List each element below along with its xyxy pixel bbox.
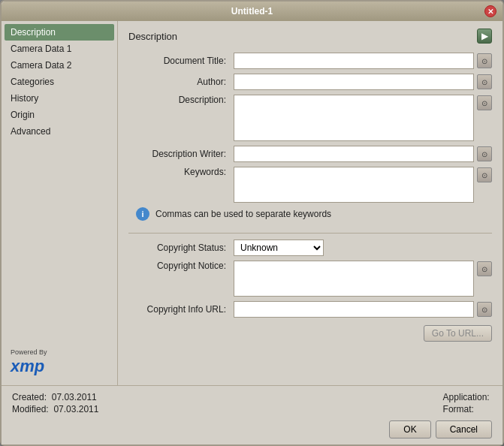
copyright-status-wrap: Unknown Copyrighted Public Domain [234,240,492,256]
keywords-btn[interactable]: ⊙ [477,167,492,182]
created-label: Created: [12,392,47,402]
sidebar-item-categories[interactable]: Categories [5,74,114,90]
document-title-label: Document Title: [128,56,234,66]
keywords-hint-text: Commas can be used to separate keywords [155,209,331,219]
description-writer-wrap: ⊙ [234,146,492,162]
panel-header: Description ▶ [128,29,492,44]
description-writer-btn[interactable]: ⊙ [477,146,492,161]
sidebar: Description Camera Data 1 Camera Data 2 … [2,21,118,385]
keywords-textarea[interactable] [234,167,474,203]
modified-label: Modified: [12,404,49,414]
main-window: Untitled-1 ✕ Description Camera Data 1 C… [0,0,504,446]
title-bar: Untitled-1 ✕ [2,2,502,21]
document-title-btn[interactable]: ⊙ [477,53,492,68]
keywords-label: Keywords: [128,167,234,177]
content-area: Description Camera Data 1 Camera Data 2 … [2,21,502,385]
copyright-status-label: Copyright Status: [128,243,234,253]
description-textarea[interactable] [234,95,474,141]
author-input[interactable] [234,74,474,90]
copyright-status-select[interactable]: Unknown Copyrighted Public Domain [234,240,324,256]
description-wrap: ⊙ [234,95,492,141]
copyright-url-label: Copyright Info URL: [128,304,234,315]
cancel-button[interactable]: Cancel [436,420,492,438]
created-row: Created: 07.03.2011 [12,392,98,402]
copyright-status-row: Copyright Status: Unknown Copyrighted Pu… [128,240,492,256]
panel-title: Description [128,31,177,42]
info-icon: i [136,207,149,221]
modified-value: 07.03.2011 [53,404,98,414]
description-writer-input[interactable] [234,146,474,162]
created-value: 07.03.2011 [52,392,97,402]
go-to-url-button[interactable]: Go To URL... [424,325,492,342]
description-writer-label: Description Writer: [128,149,234,159]
document-title-input[interactable] [234,53,474,69]
copyright-notice-btn[interactable]: ⊙ [477,261,492,276]
sidebar-item-camera-data-1[interactable]: Camera Data 1 [5,41,114,57]
bottom-bar: Created: 07.03.2011 Modified: 07.03.2011… [2,385,502,444]
keywords-wrap: ⊙ [234,167,492,203]
copyright-url-row: Copyright Info URL: ⊙ [128,301,492,318]
keywords-row: Keywords: ⊙ [128,167,492,203]
format-label: Format: [443,404,474,414]
powered-by-text: Powered By [11,348,47,357]
description-btn[interactable]: ⊙ [477,95,492,110]
sidebar-item-camera-data-2[interactable]: Camera Data 2 [5,57,114,74]
xmp-logo: Powered By xmp [11,348,47,376]
xmp-text: xmp [11,357,47,376]
format-row: Format: [443,404,492,414]
author-btn[interactable]: ⊙ [477,74,492,89]
copyright-notice-row: Copyright Notice: ⊙ [128,261,492,297]
copyright-url-wrap: ⊙ [234,301,492,318]
copyright-notice-label: Copyright Notice: [128,261,234,271]
window-title: Untitled-1 [20,6,484,17]
description-writer-row: Description Writer: ⊙ [128,146,492,162]
sidebar-footer: Powered By xmp [5,342,114,382]
application-label: Application: [443,392,490,402]
application-row: Application: [443,392,492,402]
keywords-hint-row: i Commas can be used to separate keyword… [128,207,492,221]
author-label: Author: [128,77,234,87]
author-wrap: ⊙ [234,74,492,90]
footer-info: Created: 07.03.2011 Modified: 07.03.2011… [12,392,492,414]
description-row: Description: ⊙ [128,95,492,141]
footer-left: Created: 07.03.2011 Modified: 07.03.2011 [12,392,98,414]
go-to-url-wrap: Go To URL... [128,325,492,342]
sidebar-item-description[interactable]: Description [5,24,114,41]
document-title-wrap: ⊙ [234,53,492,69]
copyright-notice-textarea[interactable] [234,261,474,297]
copyright-url-btn[interactable]: ⊙ [477,302,492,317]
footer-buttons: OK Cancel [12,420,492,438]
sidebar-item-history[interactable]: History [5,90,114,107]
nav-arrow-button[interactable]: ▶ [477,29,492,44]
description-label: Description: [128,95,234,105]
sidebar-item-origin[interactable]: Origin [5,107,114,123]
copyright-url-input[interactable] [234,301,474,318]
separator [128,233,492,234]
sidebar-item-advanced[interactable]: Advanced [5,123,114,140]
copyright-notice-wrap: ⊙ [234,261,492,297]
modified-row: Modified: 07.03.2011 [12,404,98,414]
author-row: Author: ⊙ [128,74,492,90]
document-title-row: Document Title: ⊙ [128,53,492,69]
main-panel: Description ▶ Document Title: ⊙ Author: … [118,21,502,385]
ok-button[interactable]: OK [389,420,430,438]
close-button[interactable]: ✕ [484,5,496,17]
footer-right: Application: Format: [443,392,492,414]
